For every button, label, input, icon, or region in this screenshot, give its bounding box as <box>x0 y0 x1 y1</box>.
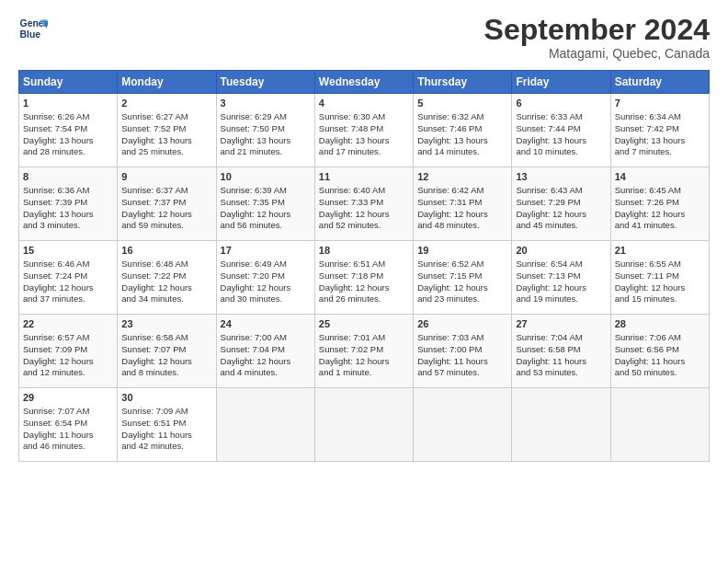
week-row-5: 29Sunrise: 7:07 AMSunset: 6:54 PMDayligh… <box>19 388 710 462</box>
day-number: 29 <box>23 391 113 405</box>
calendar-cell: 7Sunrise: 6:34 AMSunset: 7:42 PMDaylight… <box>610 94 709 167</box>
cell-line: and 34 minutes. <box>121 293 211 305</box>
calendar-cell: 17Sunrise: 6:49 AMSunset: 7:20 PMDayligh… <box>216 241 314 315</box>
cell-line: and 23 minutes. <box>417 293 507 305</box>
weekday-header-row: SundayMondayTuesdayWednesdayThursdayFrid… <box>19 71 710 94</box>
cell-line: Sunset: 7:35 PM <box>221 197 311 209</box>
cell-line: Daylight: 12 hours <box>121 282 211 294</box>
cell-line: Sunrise: 6:58 AM <box>121 332 211 344</box>
cell-line: Sunrise: 6:40 AM <box>319 185 409 197</box>
day-number: 5 <box>417 97 507 110</box>
cell-line: Sunset: 7:48 PM <box>319 123 409 135</box>
cell-line: Sunset: 6:58 PM <box>516 344 606 356</box>
cell-line: Daylight: 12 hours <box>516 209 606 221</box>
cell-line: Sunrise: 6:57 AM <box>23 332 113 344</box>
cell-line: Daylight: 12 hours <box>23 282 113 294</box>
cell-line: Sunrise: 6:46 AM <box>23 259 113 270</box>
cell-line: and 1 minute. <box>319 367 409 379</box>
cell-line: Sunset: 7:18 PM <box>319 270 409 282</box>
cell-line: Sunrise: 7:03 AM <box>417 332 507 344</box>
cell-line: Sunset: 6:54 PM <box>23 418 113 430</box>
cell-line: and 37 minutes. <box>23 293 113 305</box>
calendar-cell: 23Sunrise: 6:58 AMSunset: 7:07 PMDayligh… <box>118 315 216 388</box>
day-number: 13 <box>516 170 606 184</box>
cell-line: Sunset: 7:20 PM <box>221 270 311 282</box>
calendar-cell: 22Sunrise: 6:57 AMSunset: 7:09 PMDayligh… <box>19 315 118 388</box>
cell-line: Sunrise: 6:39 AM <box>221 185 311 197</box>
cell-line: Daylight: 12 hours <box>23 356 113 368</box>
day-number: 15 <box>23 244 113 258</box>
cell-line: Sunrise: 6:49 AM <box>221 259 311 270</box>
cell-line: Daylight: 12 hours <box>121 209 211 221</box>
calendar-cell <box>414 388 512 462</box>
day-number: 9 <box>121 170 211 184</box>
cell-line: Sunset: 7:04 PM <box>221 344 311 356</box>
calendar-cell: 15Sunrise: 6:46 AMSunset: 7:24 PMDayligh… <box>19 241 118 315</box>
day-number: 10 <box>221 170 311 184</box>
cell-line: Daylight: 11 hours <box>516 356 606 368</box>
cell-line: and 4 minutes. <box>221 367 311 379</box>
cell-line: Daylight: 12 hours <box>516 282 606 294</box>
day-number: 24 <box>221 317 311 331</box>
cell-line: Sunset: 6:56 PM <box>615 344 705 356</box>
cell-line: and 42 minutes. <box>121 441 211 453</box>
day-number: 17 <box>221 244 311 258</box>
cell-line: Sunrise: 7:07 AM <box>23 406 113 418</box>
cell-line: Sunrise: 6:55 AM <box>615 259 705 270</box>
cell-line: Daylight: 12 hours <box>417 282 507 294</box>
cell-line: and 45 minutes. <box>516 220 606 232</box>
cell-line: Sunset: 7:44 PM <box>516 123 606 135</box>
cell-line: Daylight: 11 hours <box>121 430 211 442</box>
calendar-cell: 24Sunrise: 7:00 AMSunset: 7:04 PMDayligh… <box>216 315 314 388</box>
cell-line: Sunrise: 7:09 AM <box>121 406 211 418</box>
cell-line: Sunset: 7:26 PM <box>615 197 705 209</box>
day-number: 3 <box>221 97 311 110</box>
calendar-cell: 21Sunrise: 6:55 AMSunset: 7:11 PMDayligh… <box>610 241 709 315</box>
day-number: 16 <box>121 244 211 258</box>
cell-line: Sunrise: 6:29 AM <box>221 111 311 123</box>
weekday-header-wednesday: Wednesday <box>314 71 413 94</box>
cell-line: Daylight: 12 hours <box>319 356 409 368</box>
cell-line: Daylight: 12 hours <box>319 282 409 294</box>
cell-line: Sunrise: 6:37 AM <box>121 185 211 197</box>
cell-line: Sunset: 7:31 PM <box>417 197 507 209</box>
month-title: September 2024 <box>484 14 710 46</box>
page: General Blue September 2024 Matagami, Qu… <box>0 0 728 563</box>
day-number: 19 <box>417 244 507 258</box>
weekday-header-tuesday: Tuesday <box>216 71 314 94</box>
cell-line: and 3 minutes. <box>23 220 113 232</box>
cell-line: Sunrise: 6:52 AM <box>417 259 507 270</box>
cell-line: and 46 minutes. <box>23 441 113 453</box>
calendar-cell: 30Sunrise: 7:09 AMSunset: 6:51 PMDayligh… <box>118 388 216 462</box>
cell-line: Sunset: 7:22 PM <box>121 270 211 282</box>
cell-line: Sunset: 7:37 PM <box>121 197 211 209</box>
day-number: 8 <box>23 170 113 184</box>
title-block: September 2024 Matagami, Quebec, Canada <box>484 14 710 61</box>
cell-line: and 57 minutes. <box>417 367 507 379</box>
calendar-cell: 5Sunrise: 6:32 AMSunset: 7:46 PMDaylight… <box>414 94 512 167</box>
cell-line: and 48 minutes. <box>417 220 507 232</box>
cell-line: Sunrise: 7:00 AM <box>221 332 311 344</box>
calendar-cell: 29Sunrise: 7:07 AMSunset: 6:54 PMDayligh… <box>19 388 118 462</box>
cell-line: Sunrise: 7:04 AM <box>516 332 606 344</box>
day-number: 4 <box>319 97 409 110</box>
day-number: 27 <box>516 317 606 331</box>
cell-line: Sunrise: 6:54 AM <box>516 259 606 270</box>
cell-line: and 19 minutes. <box>516 293 606 305</box>
calendar-cell <box>610 388 709 462</box>
cell-line: Sunset: 7:02 PM <box>319 344 409 356</box>
cell-line: Sunrise: 7:01 AM <box>319 332 409 344</box>
cell-line: Daylight: 13 hours <box>121 135 211 147</box>
cell-line: Sunrise: 6:45 AM <box>615 185 705 197</box>
day-number: 12 <box>417 170 507 184</box>
cell-line: Sunrise: 6:34 AM <box>615 111 705 123</box>
cell-line: Sunset: 7:54 PM <box>23 123 113 135</box>
week-row-3: 15Sunrise: 6:46 AMSunset: 7:24 PMDayligh… <box>19 241 710 315</box>
calendar-cell: 8Sunrise: 6:36 AMSunset: 7:39 PMDaylight… <box>19 167 118 241</box>
calendar-cell: 1Sunrise: 6:26 AMSunset: 7:54 PMDaylight… <box>19 94 118 167</box>
calendar-cell: 27Sunrise: 7:04 AMSunset: 6:58 PMDayligh… <box>512 315 610 388</box>
cell-line: Daylight: 12 hours <box>319 209 409 221</box>
cell-line: and 26 minutes. <box>319 293 409 305</box>
cell-line: Daylight: 13 hours <box>23 209 113 221</box>
cell-line: Daylight: 13 hours <box>516 135 606 147</box>
